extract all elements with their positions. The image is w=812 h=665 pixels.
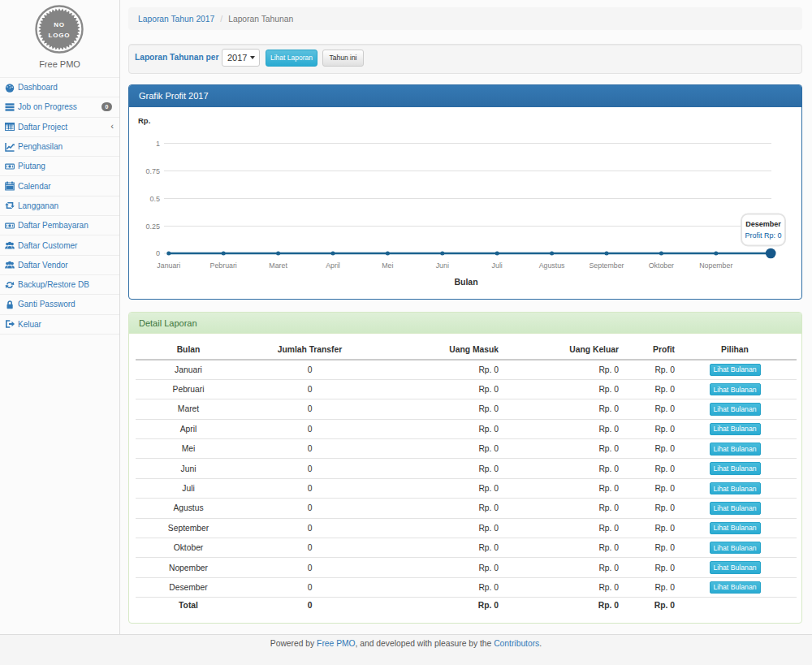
svg-text:Juli: Juli [492,261,503,269]
svg-text:Januari: Januari [157,261,180,269]
svg-text:Oktober: Oktober [649,261,674,269]
svg-text:0.5: 0.5 [149,194,160,202]
svg-text:Bulan: Bulan [454,276,477,286]
svg-text:Pebruari: Pebruari [210,261,237,269]
svg-text:Profit Rp: 0: Profit Rp: 0 [745,231,781,239]
svg-text:1: 1 [156,139,160,147]
svg-text:Maret: Maret [269,261,287,269]
svg-text:Juni: Juni [436,261,449,269]
svg-text:Mei: Mei [382,261,393,269]
svg-text:Agustus: Agustus [539,261,565,269]
svg-text:Nopember: Nopember [699,261,732,269]
svg-text:0.25: 0.25 [145,222,160,230]
svg-text:NO: NO [54,21,65,28]
svg-text:LOGO: LOGO [49,32,71,39]
svg-text:0.75: 0.75 [145,166,160,175]
svg-text:Rp.: Rp. [138,115,150,124]
svg-text:April: April [326,261,340,269]
svg-text:0: 0 [156,249,160,257]
svg-text:Desember: Desember [745,219,781,227]
svg-text:September: September [589,261,624,269]
